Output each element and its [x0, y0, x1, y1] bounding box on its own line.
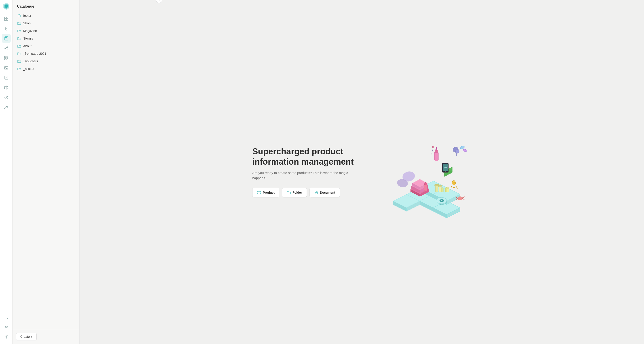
- icon-sidebar: AZ: [0, 0, 12, 344]
- search-icon[interactable]: [2, 313, 11, 322]
- sidebar-item-label: Magazine: [23, 29, 37, 32]
- document-label: Document: [320, 191, 335, 194]
- cube-icon[interactable]: [2, 83, 11, 92]
- svg-point-66: [432, 146, 434, 148]
- svg-rect-38: [439, 186, 441, 192]
- sidebar-item-frontpage[interactable]: _frontpage-2021: [15, 50, 77, 57]
- product-label: Product: [263, 191, 275, 194]
- sidebar-item-shop[interactable]: Shop: [15, 20, 77, 27]
- sidebar-item-label: _Vouchers: [23, 60, 38, 63]
- customers-icon[interactable]: [2, 103, 11, 112]
- sidebar-item-vouchers[interactable]: _Vouchers: [15, 58, 77, 65]
- svg-point-59: [463, 149, 467, 152]
- grid-icon[interactable]: [2, 54, 11, 62]
- svg-rect-16: [4, 58, 6, 60]
- svg-rect-43: [425, 182, 426, 183]
- svg-rect-2: [4, 19, 6, 20]
- media-icon[interactable]: [2, 64, 11, 72]
- svg-point-9: [5, 48, 6, 49]
- svg-rect-18: [4, 66, 8, 69]
- translations-icon[interactable]: AZ: [2, 322, 11, 332]
- catalogue-icon[interactable]: [2, 34, 11, 43]
- folder-button[interactable]: Folder: [282, 188, 307, 198]
- svg-rect-42: [424, 183, 427, 185]
- svg-point-10: [7, 47, 8, 48]
- sidebar-item-stories[interactable]: Stories: [15, 35, 77, 42]
- svg-point-28: [6, 106, 8, 108]
- svg-rect-36: [436, 186, 438, 192]
- document-icon: [314, 190, 318, 194]
- svg-rect-0: [4, 17, 6, 18]
- svg-rect-70: [447, 188, 449, 189]
- product-illustration: [368, 123, 471, 221]
- svg-point-45: [456, 150, 459, 153]
- content-left: Supercharged product information managem…: [252, 146, 360, 198]
- sidebar-item-assets[interactable]: _assets: [15, 65, 77, 72]
- sidebar-item-label: footer: [23, 14, 31, 18]
- svg-rect-41: [424, 184, 428, 191]
- folder-icon: [18, 67, 21, 70]
- svg-rect-17: [7, 58, 8, 60]
- svg-rect-68: [446, 187, 447, 188]
- sidebar-item-label: _frontpage-2021: [23, 52, 46, 56]
- svg-line-30: [7, 318, 8, 319]
- folder-icon: [18, 60, 21, 63]
- svg-line-13: [6, 48, 7, 49]
- svg-rect-3: [6, 19, 8, 20]
- folder-label: Folder: [292, 191, 302, 194]
- hero-title: Supercharged product information managem…: [252, 146, 360, 167]
- folder-icon: [287, 190, 291, 194]
- orders-icon[interactable]: [2, 73, 11, 82]
- folder-icon: [18, 44, 21, 48]
- action-buttons: Product Folder Do: [252, 188, 360, 198]
- sidebar-title: Catalogue: [12, 0, 79, 12]
- dashboard-icon[interactable]: [2, 14, 11, 23]
- folder-icon: [18, 29, 21, 32]
- sidebar-footer: Create +: [12, 329, 79, 344]
- sidebar-item-magazine[interactable]: Magazine: [15, 27, 77, 34]
- document-button[interactable]: Document: [310, 188, 340, 198]
- main-content: Supercharged product information managem…: [80, 0, 644, 344]
- sidebar-item-about[interactable]: About: [15, 42, 77, 50]
- hero-subtitle: Are you ready to create some products? T…: [252, 170, 360, 180]
- svg-line-12: [6, 47, 7, 48]
- svg-point-27: [5, 106, 6, 107]
- svg-rect-39: [438, 186, 442, 187]
- sidebar-items: footer Shop Magazine Stories: [12, 12, 79, 329]
- product-button[interactable]: Product: [252, 188, 279, 198]
- product-icon: [257, 190, 261, 194]
- content-center: Supercharged product information managem…: [239, 123, 485, 221]
- settings-icon[interactable]: [2, 332, 11, 341]
- folder-icon: [18, 37, 21, 40]
- graph-icon[interactable]: [2, 44, 11, 53]
- create-button[interactable]: Create +: [16, 333, 37, 340]
- svg-rect-51: [434, 152, 438, 161]
- svg-rect-40: [441, 188, 443, 192]
- svg-point-58: [460, 146, 465, 150]
- svg-point-60: [458, 196, 463, 200]
- svg-point-29: [5, 316, 7, 318]
- file-icon: [18, 14, 21, 18]
- sidebar-item-label: _assets: [23, 67, 34, 70]
- svg-rect-5: [5, 37, 8, 40]
- svg-rect-14: [4, 56, 6, 58]
- svg-point-57: [453, 180, 455, 183]
- analytics-icon[interactable]: [2, 93, 11, 102]
- sidebar-item-label: About: [23, 44, 32, 48]
- svg-point-4: [6, 28, 7, 29]
- nav-sidebar: Catalogue footer Shop Magazine: [12, 0, 80, 344]
- folder-icon: [18, 52, 21, 56]
- svg-rect-1: [6, 17, 8, 18]
- sidebar-item-footer[interactable]: footer: [15, 12, 77, 19]
- logo[interactable]: [3, 3, 10, 11]
- folder-icon: [18, 22, 21, 25]
- sidebar-item-label: Shop: [23, 22, 30, 25]
- rocket-icon[interactable]: [2, 24, 11, 33]
- svg-rect-15: [7, 56, 8, 58]
- svg-rect-69: [447, 188, 449, 192]
- svg-point-49: [445, 171, 446, 172]
- svg-rect-53: [436, 149, 437, 150]
- sidebar-item-label: Stories: [23, 37, 33, 40]
- svg-point-11: [7, 49, 8, 50]
- svg-point-31: [6, 336, 7, 338]
